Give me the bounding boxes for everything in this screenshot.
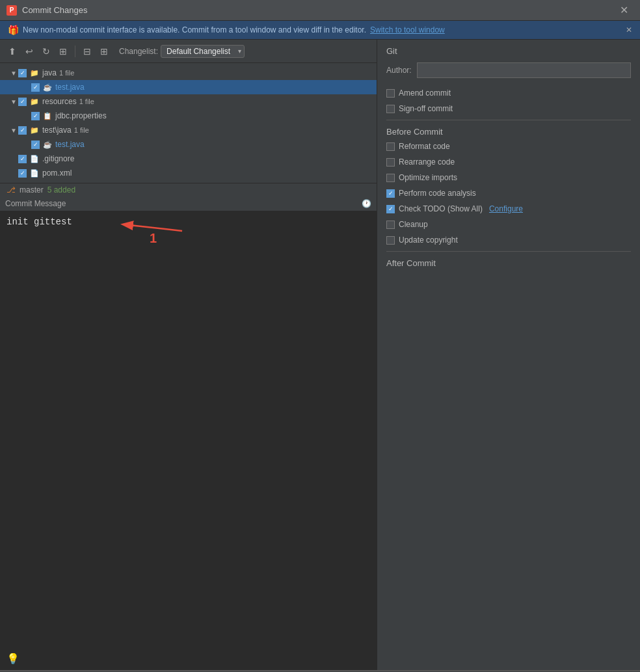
tree-checkbox-jdbc[interactable]: ✓ <box>31 112 40 120</box>
toolbar-expand-btn[interactable]: ⊟ <box>80 44 94 59</box>
close-button[interactable]: ✕ <box>615 1 633 19</box>
signoff-commit-checkbox[interactable] <box>386 105 395 113</box>
divider-1 <box>386 120 631 120</box>
author-row: Author: <box>386 62 631 78</box>
tree-count-testjava-folder: 1 file <box>74 126 89 134</box>
toolbar-refresh-btn[interactable]: ↻ <box>39 44 53 59</box>
amend-commit-label: Amend commit <box>399 88 451 98</box>
configure-link[interactable]: Configure <box>489 204 523 213</box>
changelist-dropdown[interactable]: Default Changelist <box>161 45 245 58</box>
branch-label: master <box>20 185 44 195</box>
tree-label-gitignore: .gitignore <box>42 154 74 163</box>
window-title: Commit Changes <box>22 5 615 15</box>
tree-item-resources-folder[interactable]: ▼ ✓ 📁 resources 1 file <box>0 94 377 109</box>
tree-item-pomxml[interactable]: ✓ 📄 pom.xml <box>0 166 377 180</box>
switch-to-toolwindow-link[interactable]: Switch to tool window <box>370 25 445 34</box>
xml-icon-pomxml: 📄 <box>29 168 40 178</box>
tree-label-pomxml: pom.xml <box>42 168 72 178</box>
amend-commit-checkbox[interactable] <box>386 89 395 98</box>
changelist-label: Changelist: <box>119 47 158 56</box>
tree-arrow-java: ▼ <box>10 70 17 77</box>
commit-message-input[interactable]: init gittest <box>0 211 377 670</box>
optimize-imports-checkbox[interactable] <box>386 174 395 182</box>
commit-message-section: Commit Message 🕐 init gittest 💡 1 <box>0 196 377 670</box>
main-layout: ⬆ ↩ ↻ ⊞ ⊟ ⊞ Changelist: Default Changeli… <box>0 40 640 670</box>
tree-label-testjava: test.java <box>55 83 85 92</box>
author-input[interactable] <box>417 62 631 78</box>
cleanup-checkbox[interactable] <box>386 221 395 229</box>
update-copyright-checkbox[interactable] <box>386 236 395 245</box>
branch-status-bar: ⎇ master 5 added <box>0 183 377 196</box>
before-commit-title: Before Commit <box>386 127 631 137</box>
reformat-code-label: Reformat code <box>399 142 450 151</box>
perform-code-analysis-label: Perform code analysis <box>399 189 476 198</box>
clock-icon: 🕐 <box>362 199 371 208</box>
tree-item-testjava-folder[interactable]: ▼ ✓ 📁 test\java 1 file <box>0 123 377 137</box>
java-icon-testjava: ☕ <box>42 82 53 92</box>
check-todo-label: Check TODO (Show All) <box>399 204 483 213</box>
folder-icon-java: 📁 <box>29 68 40 78</box>
toolbar-up-btn[interactable]: ⬆ <box>5 44 20 59</box>
tree-checkbox-testjava2[interactable]: ✓ <box>31 141 40 149</box>
toolbar-plus-btn[interactable]: ⊞ <box>56 44 70 59</box>
commit-message-body: init gittest 💡 1 <box>0 211 377 670</box>
tree-label-resources: resources <box>42 97 77 106</box>
changelist-dropdown-wrapper[interactable]: Default Changelist ▾ <box>161 45 245 58</box>
tree-arrow-resources: ▼ <box>10 98 17 105</box>
folder-icon-resources: 📁 <box>29 96 40 107</box>
tree-item-test-java[interactable]: ✓ ☕ test.java <box>0 80 377 94</box>
toolbar-collapse-btn[interactable]: ⊞ <box>97 44 111 59</box>
tree-count-resources: 1 file <box>79 98 94 105</box>
tree-item-java-folder[interactable]: ▼ ✓ 📁 java 1 file <box>0 66 377 80</box>
amend-commit-row: Amend commit <box>386 87 631 99</box>
gift-icon: 🎁 <box>8 25 19 35</box>
tree-label-java: java <box>42 68 57 77</box>
optimize-imports-label: Optimize imports <box>399 173 457 182</box>
commit-message-header: Commit Message 🕐 <box>0 196 377 211</box>
reformat-code-checkbox[interactable] <box>386 142 395 151</box>
tree-label-jdbc: jdbc.properties <box>55 111 107 120</box>
tree-checkbox-testjava-folder[interactable]: ✓ <box>18 126 27 135</box>
lightbulb-icon: 💡 <box>7 652 20 665</box>
tree-arrow-testjava-folder: ▼ <box>10 127 17 134</box>
update-copyright-label: Update copyright <box>399 235 458 245</box>
properties-icon-jdbc: 📋 <box>42 111 53 121</box>
info-banner-close[interactable]: ✕ <box>626 25 632 34</box>
tree-checkbox-java[interactable]: ✓ <box>18 69 27 77</box>
rearrange-code-label: Rearrange code <box>399 157 455 167</box>
tree-item-gitignore[interactable]: ✓ 📄 .gitignore <box>0 152 377 166</box>
tree-checkbox-pomxml[interactable]: ✓ <box>18 169 27 178</box>
tree-item-jdbc[interactable]: ✓ 📋 jdbc.properties <box>0 109 377 123</box>
branch-icon: ⎇ <box>7 185 16 195</box>
check-todo-row: ✓ Check TODO (Show All) Configure <box>386 203 631 215</box>
signoff-commit-label: Sign-off commit <box>399 104 453 113</box>
folder-icon-testjava: 📁 <box>29 125 40 135</box>
after-commit-title: After Commit <box>386 258 631 268</box>
rearrange-code-checkbox[interactable] <box>386 158 395 167</box>
divider-2 <box>386 251 631 252</box>
info-banner-text: New non-modal commit interface is availa… <box>23 25 366 34</box>
cleanup-label: Cleanup <box>399 220 428 229</box>
cleanup-row: Cleanup <box>386 219 631 230</box>
rearrange-code-row: Rearrange code <box>386 156 631 168</box>
signoff-commit-row: Sign-off commit <box>386 103 631 114</box>
file-tree: ▼ ✓ 📁 java 1 file ✓ ☕ test.java ▼ ✓ 📁 re… <box>0 63 377 183</box>
toolbar: ⬆ ↩ ↻ ⊞ ⊟ ⊞ Changelist: Default Changeli… <box>0 40 377 63</box>
perform-code-analysis-checkbox[interactable]: ✓ <box>386 189 395 198</box>
tree-checkbox-resources[interactable]: ✓ <box>18 98 27 106</box>
title-bar: P Commit Changes ✕ <box>0 0 640 21</box>
optimize-imports-row: Optimize imports <box>386 172 631 183</box>
tree-count-java: 1 file <box>59 69 74 77</box>
tree-label-testjava-folder: test\java <box>42 126 72 135</box>
toolbar-undo-btn[interactable]: ↩ <box>22 44 36 59</box>
java-icon-testjava2: ☕ <box>42 139 53 150</box>
tree-item-testjava2[interactable]: ✓ ☕ test.java <box>0 137 377 152</box>
left-panel: ⬆ ↩ ↻ ⊞ ⊟ ⊞ Changelist: Default Changeli… <box>0 40 377 670</box>
toolbar-separator <box>75 46 75 57</box>
tree-checkbox-gitignore[interactable]: ✓ <box>18 155 27 163</box>
tree-label-testjava2: test.java <box>55 140 85 149</box>
check-todo-checkbox[interactable]: ✓ <box>386 205 395 213</box>
right-panel: Git Author: Amend commit Sign-off commit… <box>377 40 640 670</box>
tree-checkbox-testjava[interactable]: ✓ <box>31 83 40 92</box>
app-icon: P <box>7 5 17 16</box>
